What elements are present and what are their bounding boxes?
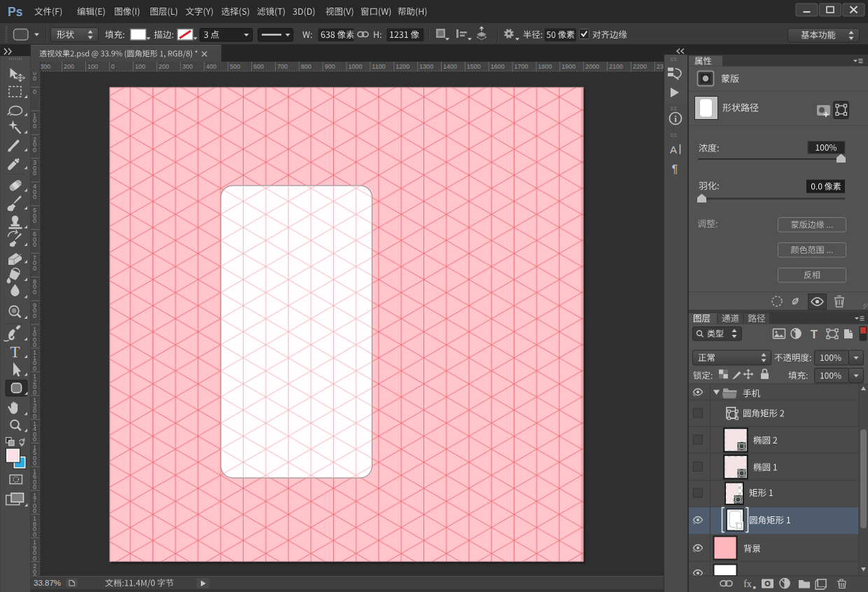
svg-text:700: 700	[277, 63, 288, 70]
svg-text:200: 200	[159, 63, 169, 70]
svg-text:1100: 1100	[372, 63, 385, 70]
svg-text:0: 0	[33, 241, 36, 248]
svg-text:0: 0	[33, 123, 36, 130]
svg-text:T: T	[811, 328, 818, 341]
svg-text:1400: 1400	[443, 63, 457, 70]
svg-text:900: 900	[325, 63, 335, 70]
svg-text:1500: 1500	[467, 63, 481, 70]
svg-text:0: 0	[33, 75, 36, 82]
svg-text:fx: fx	[743, 579, 752, 589]
svg-text:300: 300	[182, 63, 192, 70]
svg-text:0: 0	[33, 389, 36, 396]
svg-text:200: 200	[64, 63, 74, 70]
svg-text:800: 800	[301, 63, 312, 70]
svg-text:100: 100	[88, 63, 98, 70]
svg-text:0: 0	[33, 170, 36, 177]
svg-text:1900: 1900	[561, 63, 575, 70]
svg-text:1000: 1000	[349, 63, 363, 70]
svg-text:0: 0	[33, 88, 36, 95]
svg-text:A: A	[670, 144, 677, 156]
svg-text:500: 500	[230, 63, 240, 70]
svg-text:0: 0	[33, 413, 36, 420]
svg-text:0: 0	[33, 460, 36, 467]
svg-text:1700: 1700	[514, 63, 528, 70]
svg-text:100: 100	[135, 63, 146, 70]
svg-text:0: 0	[33, 193, 36, 200]
svg-text:0: 0	[33, 217, 36, 224]
svg-text:0: 0	[33, 341, 36, 348]
svg-text:0: 0	[33, 483, 36, 490]
svg-text:T: T	[10, 343, 20, 361]
svg-text:600: 600	[253, 63, 264, 70]
svg-text:1200: 1200	[396, 63, 410, 70]
svg-text:i: i	[674, 113, 677, 124]
svg-text:0: 0	[33, 436, 36, 443]
svg-text:33.87%: 33.87%	[34, 579, 61, 587]
svg-text:300: 300	[40, 63, 50, 70]
svg-text:0: 0	[33, 265, 36, 272]
svg-text:Ps: Ps	[8, 5, 23, 19]
svg-text:1800: 1800	[538, 63, 552, 70]
svg-text:2100: 2100	[609, 63, 623, 70]
svg-text:0: 0	[33, 146, 36, 153]
svg-text:0: 0	[33, 555, 36, 562]
svg-text:1300: 1300	[419, 63, 433, 70]
svg-text:¶: ¶	[672, 163, 678, 175]
svg-text:0: 0	[111, 63, 115, 70]
svg-text:0: 0	[33, 507, 36, 514]
svg-text:0: 0	[33, 289, 36, 296]
svg-text:400: 400	[206, 63, 216, 70]
svg-text:0: 0	[33, 365, 36, 372]
svg-text:0: 0	[33, 531, 36, 538]
svg-text:2200: 2200	[633, 63, 647, 70]
svg-text:2000: 2000	[585, 63, 599, 70]
svg-text:0: 0	[33, 312, 36, 319]
svg-text:1600: 1600	[491, 63, 505, 70]
